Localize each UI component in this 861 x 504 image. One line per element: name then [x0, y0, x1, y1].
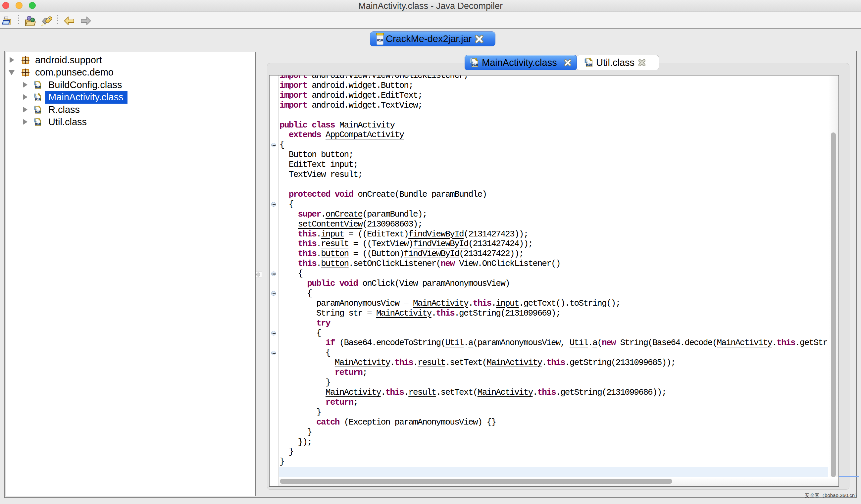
svg-text:010: 010 — [35, 97, 41, 101]
svg-text:010: 010 — [586, 63, 592, 67]
svg-text:010: 010 — [35, 85, 41, 89]
svg-text:010: 010 — [35, 110, 41, 113]
svg-text:010: 010 — [472, 63, 478, 67]
svg-text:010: 010 — [377, 39, 383, 42]
svg-text:010: 010 — [35, 122, 41, 126]
